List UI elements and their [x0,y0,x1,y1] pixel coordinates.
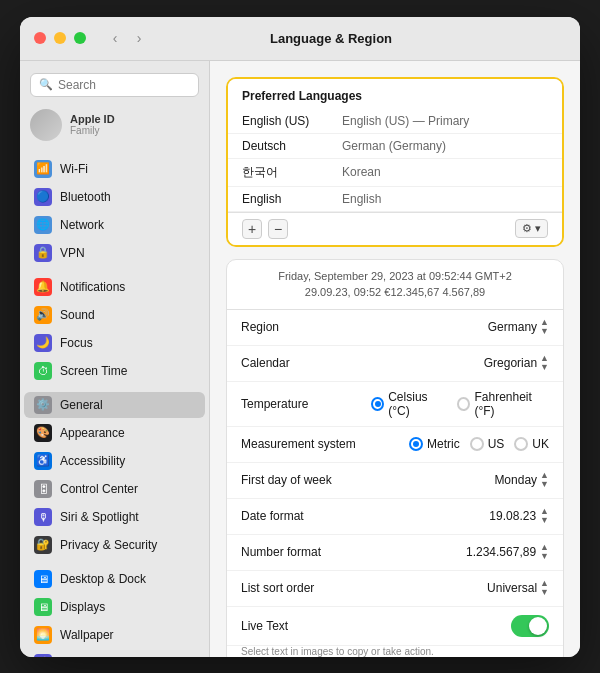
maximize-button[interactable] [74,32,86,44]
metric-radio[interactable] [409,437,423,451]
language-gear-button[interactable]: ⚙ ▾ [515,219,548,238]
first-day-dropdown[interactable]: Monday ▲▼ [494,471,549,489]
region-dropdown[interactable]: Germany ▲▼ [488,318,549,336]
sidebar-item-focus[interactable]: 🌙 Focus [24,330,205,356]
metric-label: Metric [427,437,460,451]
sidebar-label-control-center: Control Center [60,482,138,496]
sidebar-item-wifi[interactable]: 📶 Wi-Fi [24,156,205,182]
metric-option[interactable]: Metric [409,437,460,451]
celsius-radio[interactable] [371,397,384,411]
preferred-languages-title: Preferred Languages [228,79,562,109]
sidebar-label-sound: Sound [60,308,95,322]
first-day-row: First day of week Monday ▲▼ [227,463,563,499]
accessibility-icon: ♿ [34,452,52,470]
uk-radio[interactable] [514,437,528,451]
toggle-thumb [529,617,547,635]
forward-button[interactable]: › [130,29,148,47]
lang-row-0: English (US) English (US) — Primary [228,109,562,134]
sidebar-label-siri: Siri & Spotlight [60,510,139,524]
account-info: Apple ID Family [70,113,115,136]
us-option[interactable]: US [470,437,505,451]
close-button[interactable] [34,32,46,44]
sidebar: 🔍 Apple ID Family 📶 Wi-Fi 🔵 Bluetooth [20,61,210,657]
sidebar-item-screen-saver[interactable]: ✨ Screen Saver [24,650,205,657]
uk-label: UK [532,437,549,451]
privacy-icon: 🔐 [34,536,52,554]
lang-actions: + − ⚙ ▾ [228,212,562,245]
gear-dropdown-arrow: ▾ [535,222,541,235]
sidebar-item-accessibility[interactable]: ♿ Accessibility [24,448,205,474]
sidebar-item-sound[interactable]: 🔊 Sound [24,302,205,328]
avatar [30,109,62,141]
list-sort-dropdown[interactable]: Universal ▲▼ [487,579,549,597]
sidebar-item-general[interactable]: ⚙️ General [24,392,205,418]
lang-desc-1: German (Germany) [342,139,446,153]
region-value: Germany [488,320,537,334]
first-day-value-container: Monday ▲▼ [371,471,549,489]
focus-icon: 🌙 [34,334,52,352]
sidebar-label-focus: Focus [60,336,93,350]
notifications-icon: 🔔 [34,278,52,296]
measurement-radio-group: Metric US UK [409,437,549,451]
account-sub[interactable]: Family [70,125,115,136]
sidebar-label-screen-saver: Screen Saver [60,656,133,657]
search-box[interactable]: 🔍 [30,73,199,97]
live-text-row: Live Text [227,607,563,646]
sidebar-item-displays[interactable]: 🖥 Displays [24,594,205,620]
sound-icon: 🔊 [34,306,52,324]
date-format-arrows: ▲▼ [540,507,549,525]
nav-buttons: ‹ › [106,29,148,47]
back-button[interactable]: ‹ [106,29,124,47]
sidebar-label-bluetooth: Bluetooth [60,190,111,204]
sidebar-label-displays: Displays [60,600,105,614]
sidebar-item-screen-time[interactable]: ⏱ Screen Time [24,358,205,384]
lang-row-3: English English [228,187,562,212]
first-day-label: First day of week [241,473,371,487]
general-icon: ⚙️ [34,396,52,414]
list-sort-value: Universal [487,581,537,595]
date-format-stepper: 19.08.23 ▲▼ [489,507,549,525]
live-text-toggle[interactable] [511,615,549,637]
fahrenheit-option[interactable]: Fahrenheit (°F) [457,390,549,418]
sidebar-item-appearance[interactable]: 🎨 Appearance [24,420,205,446]
sidebar-item-control-center[interactable]: 🎛 Control Center [24,476,205,502]
sidebar-item-privacy[interactable]: 🔐 Privacy & Security [24,532,205,558]
calendar-dropdown[interactable]: Gregorian ▲▼ [484,354,549,372]
account-name[interactable]: Apple ID [70,113,115,125]
search-input[interactable] [58,78,190,92]
sidebar-item-wallpaper[interactable]: 🌅 Wallpaper [24,622,205,648]
content-area: 🔍 Apple ID Family 📶 Wi-Fi 🔵 Bluetooth [20,61,580,657]
region-row: Region Germany ▲▼ [227,310,563,346]
measurement-options: Metric US UK [371,437,549,451]
minimize-button[interactable] [54,32,66,44]
lang-name-3: English [242,192,332,206]
sidebar-item-notifications[interactable]: 🔔 Notifications [24,274,205,300]
date-format-value: 19.08.23 [489,509,536,523]
calendar-value: Gregorian [484,356,537,370]
celsius-option[interactable]: Celsius (°C) [371,390,447,418]
add-language-button[interactable]: + [242,219,262,239]
sidebar-label-wifi: Wi-Fi [60,162,88,176]
number-format-stepper: 1.234.567,89 ▲▼ [466,543,549,561]
sidebar-label-network: Network [60,218,104,232]
sidebar-item-bluetooth[interactable]: 🔵 Bluetooth [24,184,205,210]
sidebar-item-vpn[interactable]: 🔒 VPN [24,240,205,266]
lang-name-2: 한국어 [242,164,332,181]
live-text-toggle-container [371,615,549,637]
sidebar-item-desktop[interactable]: 🖥 Desktop & Dock [24,566,205,592]
fahrenheit-radio[interactable] [457,397,470,411]
fahrenheit-label: Fahrenheit (°F) [474,390,549,418]
first-day-arrows: ▲▼ [540,471,549,489]
wallpaper-icon: 🌅 [34,626,52,644]
remove-language-button[interactable]: − [268,219,288,239]
preferred-languages-section: Preferred Languages English (US) English… [226,77,564,247]
lang-row-2: 한국어 Korean [228,159,562,187]
wifi-icon: 📶 [34,160,52,178]
sidebar-item-network[interactable]: 🌐 Network [24,212,205,238]
uk-option[interactable]: UK [514,437,549,451]
us-radio[interactable] [470,437,484,451]
siri-icon: 🎙 [34,508,52,526]
calendar-value-container: Gregorian ▲▼ [371,354,549,372]
date-format-row: Date format 19.08.23 ▲▼ [227,499,563,535]
sidebar-item-siri[interactable]: 🎙 Siri & Spotlight [24,504,205,530]
